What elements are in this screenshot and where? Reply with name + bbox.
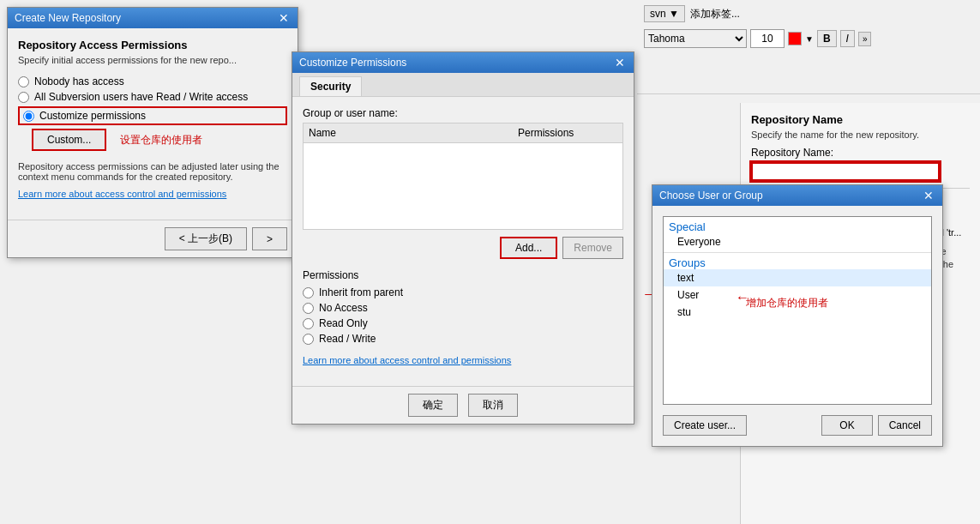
dialog-customize-tab-bar: Security [292, 73, 634, 97]
choose-section-groups: Groups [664, 252, 931, 269]
dialog-choose: Choose User or Group ✕ Special Everyone … [652, 184, 943, 447]
choose-ok-cancel: OK Cancel [821, 415, 932, 436]
font-size-input[interactable]: 10 [750, 29, 785, 48]
dialog-create-content: Repository Access Permissions Specify in… [8, 28, 298, 220]
choose-section-special: Special [664, 217, 931, 233]
font-family-select[interactable]: Tahoma [644, 29, 747, 48]
toolbar-row2: Tahoma 10 ▼ B I » [640, 27, 977, 50]
col-permissions: Permissions [516, 125, 619, 141]
dialog-create-bottom-buttons: < 上一步(B) > [8, 220, 298, 257]
dialog-customize-titlebar: Customize Permissions ✕ [292, 52, 634, 73]
choose-list[interactable]: Special Everyone Groups text User stu [663, 216, 932, 405]
choose-item-text[interactable]: text [664, 269, 931, 286]
dialog-create-close[interactable]: ✕ [277, 11, 291, 25]
custom-button[interactable]: Custom... [32, 129, 106, 151]
add-label-btn[interactable]: 添加标签... [690, 7, 740, 21]
add-button[interactable]: Add... [500, 237, 557, 259]
expand-button[interactable]: » [858, 32, 872, 46]
radio-no-access-label: No Access [319, 302, 368, 314]
remove-button[interactable]: Remove [562, 237, 623, 259]
color-arrow: ▼ [805, 34, 814, 44]
radio-customize[interactable]: Customize permissions [23, 110, 146, 122]
dialog-create: Create New Repository ✕ Repository Acces… [7, 7, 298, 258]
col-name: Name [307, 125, 516, 141]
radio-no-access-input[interactable] [303, 303, 314, 314]
radio-no-access[interactable]: No Access [303, 302, 623, 314]
permissions-table-header: Name Permissions [304, 123, 622, 143]
toolbar: svn ▼ 添加标签... Tahoma 10 ▼ B I » [637, 0, 980, 94]
radio-nobody-label: Nobody has access [34, 75, 124, 87]
right-panel-title: Repository Name [751, 113, 970, 126]
radio-inherit-input[interactable] [303, 287, 314, 298]
dialog-customize-title: Customize Permissions [299, 57, 406, 69]
annotation-add-users: 增加仓库的使用者 [746, 296, 828, 310]
permissions-section-label: Permissions [303, 269, 623, 281]
italic-button[interactable]: I [840, 30, 855, 47]
dialog-choose-title: Choose User or Group [659, 190, 763, 202]
permissions-table: Name Permissions [303, 123, 623, 230]
choose-bottom-buttons: Create user... OK Cancel [663, 415, 932, 436]
permissions-table-body [304, 143, 622, 229]
toolbar-row1: svn ▼ 添加标签... [640, 3, 977, 24]
color-indicator [788, 32, 802, 45]
radio-read-write-input[interactable] [303, 334, 314, 345]
choose-ok-button[interactable]: OK [821, 415, 872, 436]
dialog-customize-close[interactable]: ✕ [613, 56, 627, 69]
next-button[interactable]: > [252, 227, 287, 250]
tab-security[interactable]: Security [299, 76, 362, 96]
annotation-setup: 设置仓库的使用者 [120, 133, 202, 148]
customize-bottom-buttons: 确定 取消 [292, 386, 634, 424]
dialog-choose-close[interactable]: ✕ [922, 189, 935, 202]
back-button[interactable]: < 上一步(B) [165, 227, 247, 250]
repository-name-input[interactable] [751, 162, 940, 181]
dialog-create-section-title: Repository Access Permissions [18, 39, 287, 51]
dialog-create-footer-link[interactable]: Learn more about access control and perm… [18, 189, 287, 199]
radio-all-svn-input[interactable] [18, 92, 29, 103]
choose-cancel-button[interactable]: Cancel [878, 415, 932, 436]
create-user-button[interactable]: Create user... [663, 415, 747, 436]
dialog-create-title: Create New Repository [15, 12, 121, 24]
group-username-label: Group or user name: [303, 107, 623, 119]
dialog-create-titlebar: Create New Repository ✕ [8, 8, 298, 28]
right-panel-desc: Specify the name for the new repository. [751, 129, 970, 140]
right-panel-label: Repository Name: [751, 147, 970, 159]
radio-read-only[interactable]: Read Only [303, 317, 623, 329]
radio-nobody[interactable]: Nobody has access [18, 75, 287, 87]
customize-content: Group or user name: Name Permissions Add… [292, 97, 634, 386]
customize-cancel-button[interactable]: 取消 [468, 394, 518, 417]
dialog-create-section-desc: Specify initial access permissions for t… [18, 55, 287, 65]
radio-read-write-label: Read / Write [319, 333, 376, 345]
radio-customize-input[interactable] [23, 111, 34, 122]
choose-item-everyone[interactable]: Everyone [664, 233, 931, 250]
radio-all-svn-label: All Subversion users have Read / Write a… [34, 91, 248, 103]
customize-ok-button[interactable]: 确定 [408, 394, 458, 417]
radio-read-only-input[interactable] [303, 318, 314, 329]
customize-footer-link[interactable]: Learn more about access control and perm… [303, 355, 623, 365]
radio-inherit-label: Inherit from parent [319, 286, 403, 298]
radio-nobody-input[interactable] [18, 76, 29, 87]
annotation-arrow: ← [736, 290, 749, 305]
choose-content: Special Everyone Groups text User stu Cr… [652, 206, 942, 446]
radio-all-svn[interactable]: All Subversion users have Read / Write a… [18, 91, 287, 103]
radio-read-write[interactable]: Read / Write [303, 333, 623, 345]
bold-button[interactable]: B [817, 30, 837, 47]
radio-inherit[interactable]: Inherit from parent [303, 286, 623, 298]
add-remove-row: Add... Remove [303, 237, 623, 259]
dialog-customize: Customize Permissions ✕ Security Group o… [292, 51, 634, 425]
dialog-create-radio-group: Nobody has access All Subversion users h… [18, 75, 287, 151]
svn-button[interactable]: svn ▼ [644, 5, 685, 22]
dialog-choose-titlebar: Choose User or Group ✕ [652, 185, 942, 206]
permissions-radios: Inherit from parent No Access Read Only … [303, 286, 623, 345]
radio-read-only-label: Read Only [319, 317, 368, 329]
dialog-create-access-desc: Repository access permissions can be adj… [18, 161, 287, 182]
radio-customize-label: Customize permissions [39, 110, 146, 122]
radio-customize-box: Customize permissions [18, 106, 287, 125]
